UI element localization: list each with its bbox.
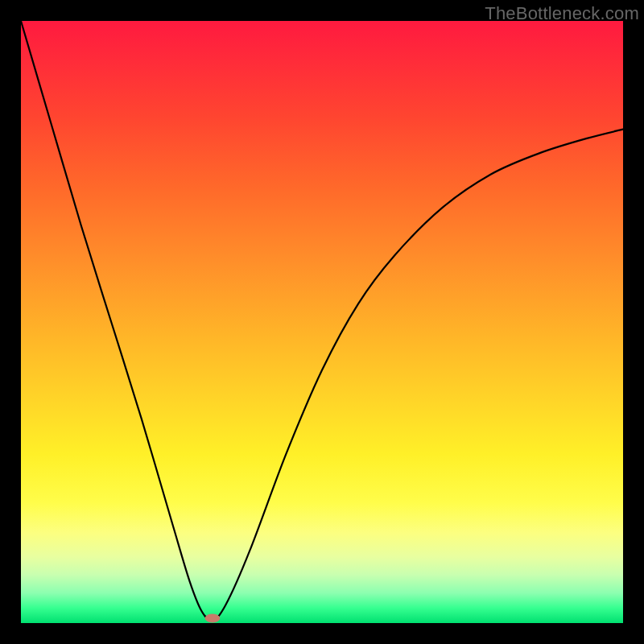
plot-area [21,21,623,623]
chart-frame: TheBottleneck.com [0,0,644,644]
bottleneck-curve-path [21,21,623,620]
min-marker-icon [205,614,220,622]
curve-svg [21,21,623,623]
